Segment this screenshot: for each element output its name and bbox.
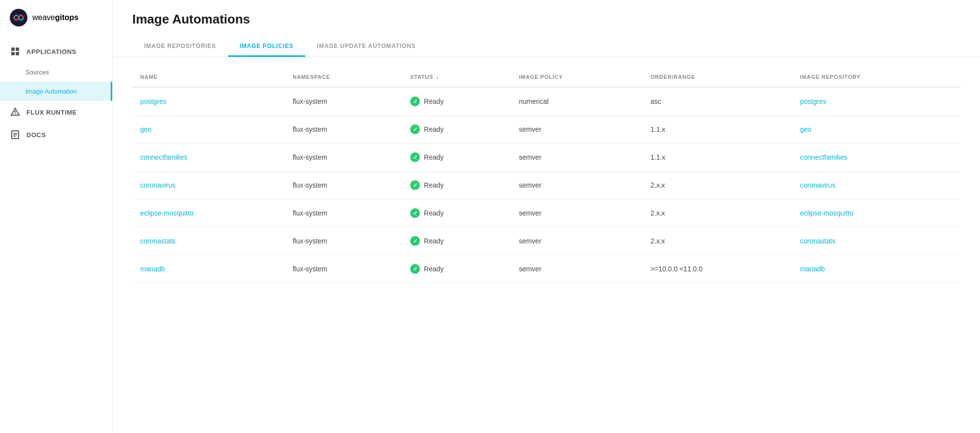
cell-image-repository[interactable]: eclipse-mosquitto	[792, 199, 960, 227]
ready-icon	[410, 152, 420, 162]
table-row: geo flux-system Ready semver 1.1.x geo	[132, 116, 960, 144]
ready-icon	[410, 124, 420, 134]
cell-namespace: flux-system	[285, 144, 402, 171]
cell-order-range: >=10.0.0 <11.0.0	[643, 255, 792, 283]
svg-rect-2	[16, 48, 19, 51]
sidebar: weavegitops Applications Sources Image A…	[0, 0, 113, 433]
ready-icon	[410, 208, 420, 218]
logo-area: weavegitops	[0, 0, 112, 35]
svg-point-7	[15, 113, 16, 114]
col-header-namespace: Namespace	[285, 67, 402, 87]
table-row: coronastats flux-system Ready semver 2.x…	[132, 227, 960, 255]
col-header-order-range: Order/Range	[643, 67, 792, 87]
ready-icon	[410, 180, 420, 190]
cell-image-policy: semver	[511, 116, 643, 144]
sidebar-docs-label: Docs	[26, 131, 46, 139]
docs-icon	[10, 129, 21, 140]
table-body: postgres flux-system Ready numerical asc…	[132, 87, 960, 283]
logo-text: weavegitops	[32, 13, 78, 22]
table-row: connectfamilies flux-system Ready semver…	[132, 144, 960, 171]
cell-name[interactable]: coronastats	[132, 227, 285, 255]
cell-image-repository[interactable]: connectfamilies	[792, 144, 960, 171]
cell-order-range: asc	[643, 87, 792, 116]
col-header-image-repository: Image Repository	[792, 67, 960, 87]
cell-image-repository[interactable]: mariadb	[792, 255, 960, 283]
cell-image-policy: semver	[511, 255, 643, 283]
table-row: mariadb flux-system Ready semver >=10.0.…	[132, 255, 960, 283]
tab-image-update-automations[interactable]: Image Update Automations	[305, 37, 427, 57]
cell-image-repository[interactable]: coronavirus	[792, 171, 960, 199]
sidebar-item-applications[interactable]: Applications	[0, 40, 112, 63]
main-content: Image Automations Image Repositories Ima…	[113, 0, 980, 433]
cell-namespace: flux-system	[285, 171, 402, 199]
cell-status: Ready	[402, 199, 511, 227]
status-text: Ready	[424, 153, 443, 161]
cell-namespace: flux-system	[285, 255, 402, 283]
flux-icon	[10, 107, 21, 118]
cell-status: Ready	[402, 227, 511, 255]
table-row: postgres flux-system Ready numerical asc…	[132, 87, 960, 116]
cell-order-range: 2.x.x	[643, 171, 792, 199]
cell-name[interactable]: eclipse-mosquitto	[132, 199, 285, 227]
grid-icon	[10, 46, 21, 57]
sidebar-item-image-automation[interactable]: Image Automation	[0, 82, 112, 101]
cell-image-policy: semver	[511, 227, 643, 255]
sidebar-sources-label: Sources	[25, 69, 49, 76]
tabs-container: Image Repositories Image Policies Image …	[132, 37, 960, 57]
table-area: Name Namespace Status ↓ Image Policy Ord…	[113, 57, 980, 433]
cell-status: Ready	[402, 255, 511, 283]
sidebar-item-label: Applications	[26, 48, 76, 55]
cell-order-range: 2.x.x	[643, 199, 792, 227]
ready-icon	[410, 96, 420, 106]
cell-order-range: 1.1.x	[643, 116, 792, 144]
cell-name[interactable]: mariadb	[132, 255, 285, 283]
cell-namespace: flux-system	[285, 116, 402, 144]
cell-namespace: flux-system	[285, 199, 402, 227]
svg-rect-4	[16, 52, 19, 55]
col-header-status[interactable]: Status ↓	[402, 67, 511, 87]
cell-image-policy: semver	[511, 171, 643, 199]
ready-icon	[410, 236, 420, 246]
cell-status: Ready	[402, 144, 511, 171]
cell-image-policy: numerical	[511, 87, 643, 116]
cell-image-policy: semver	[511, 199, 643, 227]
sidebar-flux-runtime-label: Flux Runtime	[26, 109, 77, 116]
cell-image-repository[interactable]: geo	[792, 116, 960, 144]
status-text: Ready	[424, 237, 443, 245]
cell-name[interactable]: coronavirus	[132, 171, 285, 199]
svg-rect-1	[11, 48, 15, 51]
cell-image-repository[interactable]: postgres	[792, 87, 960, 116]
cell-status: Ready	[402, 116, 511, 144]
tab-image-policies[interactable]: Image Policies	[228, 37, 305, 57]
tab-image-repositories[interactable]: Image Repositories	[132, 37, 228, 57]
cell-namespace: flux-system	[285, 87, 402, 116]
col-header-name: Name	[132, 67, 285, 87]
cell-image-policy: semver	[511, 144, 643, 171]
sidebar-item-docs[interactable]: Docs	[0, 123, 112, 146]
main-header: Image Automations Image Repositories Ima…	[113, 0, 980, 57]
page-title: Image Automations	[132, 12, 960, 27]
cell-name[interactable]: connectfamilies	[132, 144, 285, 171]
table-header-row: Name Namespace Status ↓ Image Policy Ord…	[132, 67, 960, 87]
logo-icon	[10, 9, 27, 26]
cell-status: Ready	[402, 171, 511, 199]
cell-order-range: 1.1.x	[643, 144, 792, 171]
table-row: coronavirus flux-system Ready semver 2.x…	[132, 171, 960, 199]
cell-namespace: flux-system	[285, 227, 402, 255]
status-text: Ready	[424, 125, 443, 133]
status-text: Ready	[424, 265, 443, 273]
ready-icon	[410, 264, 420, 274]
status-text: Ready	[424, 97, 443, 105]
cell-name[interactable]: geo	[132, 116, 285, 144]
col-header-image-policy: Image Policy	[511, 67, 643, 87]
svg-rect-3	[11, 52, 15, 55]
sidebar-item-sources[interactable]: Sources	[0, 63, 112, 82]
cell-status: Ready	[402, 87, 511, 116]
sidebar-navigation: Applications Sources Image Automation Fl…	[0, 40, 112, 146]
sidebar-image-automation-label: Image Automation	[25, 88, 77, 95]
cell-order-range: 2.x.x	[643, 227, 792, 255]
cell-image-repository[interactable]: coronastats	[792, 227, 960, 255]
cell-name[interactable]: postgres	[132, 87, 285, 116]
sort-arrow-icon: ↓	[436, 74, 439, 80]
sidebar-item-flux-runtime[interactable]: Flux Runtime	[0, 101, 112, 123]
